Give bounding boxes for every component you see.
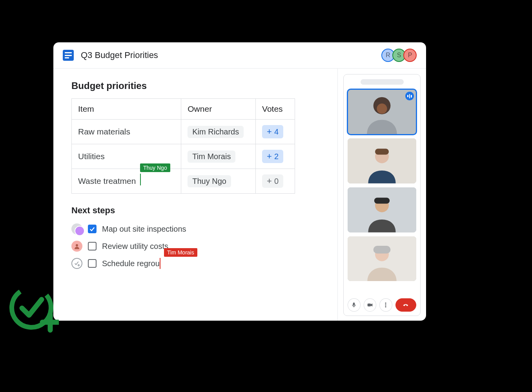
table-row[interactable]: Waste treatmen Thuy Ngo Thuy Ngo +0 — [72, 169, 295, 194]
assignee-avatar[interactable] — [71, 241, 82, 252]
edit-cursor-label: Tim Morais — [164, 248, 197, 257]
plus-icon: + — [267, 151, 272, 162]
svg-point-21 — [385, 305, 386, 306]
meet-panel — [338, 69, 426, 321]
docs-icon — [63, 50, 74, 61]
vote-chip[interactable]: +4 — [262, 125, 283, 138]
priorities-table[interactable]: Item Owner Votes Raw materials Kim Richa… — [71, 98, 295, 194]
svg-point-1 — [76, 244, 78, 247]
svg-rect-15 — [373, 246, 391, 254]
mic-button[interactable] — [348, 298, 361, 312]
phone-hangup-icon — [403, 302, 409, 308]
app-window: Q3 Budget Priorities R S P Budget priori… — [53, 42, 426, 321]
section-heading: Budget priorities — [71, 80, 337, 91]
svg-point-20 — [385, 303, 386, 304]
svg-rect-9 — [375, 149, 389, 154]
camera-button[interactable] — [364, 298, 377, 312]
next-steps-section: Next steps Map out site inspections — [71, 205, 337, 271]
table-row[interactable]: Raw materials Kim Richards +4 — [72, 120, 295, 144]
col-header-item: Item — [72, 99, 181, 120]
avatar[interactable]: P — [403, 49, 417, 62]
item-cell[interactable]: Waste treatmen Thuy Ngo — [72, 169, 181, 194]
header: Q3 Budget Priorities R S P — [53, 42, 426, 68]
svg-point-0 — [76, 227, 78, 229]
person-icon — [73, 243, 80, 250]
more-vertical-icon — [383, 302, 389, 308]
owner-chip[interactable]: Thuy Ngo — [188, 175, 231, 187]
svg-rect-12 — [374, 198, 390, 203]
meet-controls — [348, 298, 416, 312]
edit-cursor — [140, 174, 141, 185]
col-header-votes: Votes — [256, 99, 295, 120]
task-text[interactable]: Map out site inspections — [102, 225, 186, 234]
participant-tile[interactable] — [348, 187, 416, 232]
item-cell[interactable]: Raw materials — [72, 120, 181, 144]
speaking-indicator-icon — [405, 92, 414, 100]
assign-task-icon[interactable] — [71, 258, 82, 269]
check-icon — [89, 225, 96, 232]
plus-icon: + — [267, 176, 272, 186]
svg-point-22 — [385, 306, 386, 307]
meet-title-placeholder — [361, 79, 404, 85]
svg-point-6 — [377, 103, 387, 114]
task-row[interactable]: Review utility costs — [71, 238, 337, 254]
col-header-owner: Owner — [181, 99, 256, 120]
collaborator-avatars: R S P — [384, 49, 417, 62]
table-row[interactable]: Utilities Tim Morais +2 — [72, 144, 295, 169]
more-button[interactable] — [379, 298, 392, 312]
participant-tile[interactable] — [348, 138, 416, 183]
svg-marker-19 — [371, 304, 372, 307]
owner-chip[interactable]: Kim Richards — [188, 126, 244, 138]
edit-cursor-label: Thuy Ngo — [140, 163, 170, 172]
participants-list — [348, 89, 416, 294]
vote-chip[interactable]: +0 — [262, 174, 283, 188]
plus-icon: + — [267, 127, 272, 137]
task-check-emblem-icon — [8, 282, 59, 333]
checkbox[interactable] — [88, 242, 97, 250]
task-text: Schedule regrou — [102, 259, 160, 268]
checkbox[interactable] — [88, 259, 97, 268]
document-area[interactable]: Budget priorities Item Owner Votes Raw m… — [53, 69, 337, 321]
assignee-avatar[interactable] — [71, 223, 82, 234]
camera-icon — [367, 302, 373, 308]
mic-icon — [351, 302, 357, 308]
svg-rect-16 — [353, 303, 355, 305]
person-icon — [73, 225, 80, 232]
vote-chip[interactable]: +2 — [262, 150, 283, 163]
meet-card — [343, 74, 421, 316]
owner-chip[interactable]: Tim Morais — [188, 151, 235, 163]
task-text[interactable]: Review utility costs — [102, 242, 168, 251]
participant-tile[interactable] — [348, 236, 416, 281]
body: Budget priorities Item Owner Votes Raw m… — [53, 68, 426, 321]
edit-cursor — [160, 258, 160, 269]
checkbox[interactable] — [88, 225, 97, 233]
participant-tile[interactable] — [348, 89, 416, 134]
task-row[interactable]: Map out site inspections — [71, 221, 337, 237]
svg-rect-18 — [368, 304, 371, 307]
end-call-button[interactable] — [395, 298, 416, 312]
task-row[interactable]: Schedule regrou Tim Morais — [71, 256, 337, 271]
section-heading: Next steps — [71, 205, 337, 216]
checkmark-plus-icon — [73, 260, 80, 267]
doc-title[interactable]: Q3 Budget Priorities — [81, 50, 384, 60]
